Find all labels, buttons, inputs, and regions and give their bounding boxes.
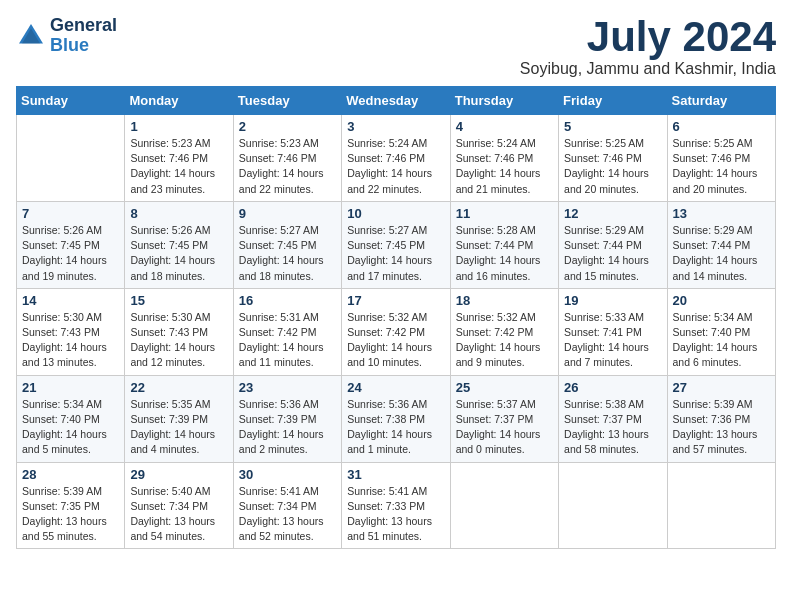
day-number: 19 (564, 293, 661, 308)
day-info: Sunrise: 5:26 AM Sunset: 7:45 PM Dayligh… (130, 223, 227, 284)
day-info: Sunrise: 5:39 AM Sunset: 7:36 PM Dayligh… (673, 397, 770, 458)
day-number: 30 (239, 467, 336, 482)
calendar-cell: 6Sunrise: 5:25 AM Sunset: 7:46 PM Daylig… (667, 115, 775, 202)
calendar-cell: 21Sunrise: 5:34 AM Sunset: 7:40 PM Dayli… (17, 375, 125, 462)
day-info: Sunrise: 5:28 AM Sunset: 7:44 PM Dayligh… (456, 223, 553, 284)
day-number: 14 (22, 293, 119, 308)
calendar-cell: 4Sunrise: 5:24 AM Sunset: 7:46 PM Daylig… (450, 115, 558, 202)
day-number: 5 (564, 119, 661, 134)
calendar-cell: 20Sunrise: 5:34 AM Sunset: 7:40 PM Dayli… (667, 288, 775, 375)
logo-text: General Blue (50, 16, 117, 56)
day-info: Sunrise: 5:27 AM Sunset: 7:45 PM Dayligh… (239, 223, 336, 284)
calendar-cell: 5Sunrise: 5:25 AM Sunset: 7:46 PM Daylig… (559, 115, 667, 202)
calendar-cell: 24Sunrise: 5:36 AM Sunset: 7:38 PM Dayli… (342, 375, 450, 462)
day-number: 31 (347, 467, 444, 482)
day-info: Sunrise: 5:41 AM Sunset: 7:34 PM Dayligh… (239, 484, 336, 545)
calendar-cell: 8Sunrise: 5:26 AM Sunset: 7:45 PM Daylig… (125, 201, 233, 288)
calendar-week-row: 28Sunrise: 5:39 AM Sunset: 7:35 PM Dayli… (17, 462, 776, 549)
calendar-cell: 18Sunrise: 5:32 AM Sunset: 7:42 PM Dayli… (450, 288, 558, 375)
day-info: Sunrise: 5:32 AM Sunset: 7:42 PM Dayligh… (456, 310, 553, 371)
calendar-week-row: 21Sunrise: 5:34 AM Sunset: 7:40 PM Dayli… (17, 375, 776, 462)
calendar-cell (17, 115, 125, 202)
day-number: 6 (673, 119, 770, 134)
day-info: Sunrise: 5:27 AM Sunset: 7:45 PM Dayligh… (347, 223, 444, 284)
day-number: 20 (673, 293, 770, 308)
calendar-cell: 11Sunrise: 5:28 AM Sunset: 7:44 PM Dayli… (450, 201, 558, 288)
calendar-cell: 12Sunrise: 5:29 AM Sunset: 7:44 PM Dayli… (559, 201, 667, 288)
calendar-cell: 15Sunrise: 5:30 AM Sunset: 7:43 PM Dayli… (125, 288, 233, 375)
day-number: 24 (347, 380, 444, 395)
calendar-cell: 22Sunrise: 5:35 AM Sunset: 7:39 PM Dayli… (125, 375, 233, 462)
calendar-week-row: 1Sunrise: 5:23 AM Sunset: 7:46 PM Daylig… (17, 115, 776, 202)
day-number: 11 (456, 206, 553, 221)
day-info: Sunrise: 5:38 AM Sunset: 7:37 PM Dayligh… (564, 397, 661, 458)
calendar-table: SundayMondayTuesdayWednesdayThursdayFrid… (16, 86, 776, 549)
calendar-cell: 25Sunrise: 5:37 AM Sunset: 7:37 PM Dayli… (450, 375, 558, 462)
day-info: Sunrise: 5:34 AM Sunset: 7:40 PM Dayligh… (673, 310, 770, 371)
calendar-cell: 10Sunrise: 5:27 AM Sunset: 7:45 PM Dayli… (342, 201, 450, 288)
header-wednesday: Wednesday (342, 87, 450, 115)
day-info: Sunrise: 5:31 AM Sunset: 7:42 PM Dayligh… (239, 310, 336, 371)
day-number: 23 (239, 380, 336, 395)
calendar-cell: 17Sunrise: 5:32 AM Sunset: 7:42 PM Dayli… (342, 288, 450, 375)
calendar-cell: 9Sunrise: 5:27 AM Sunset: 7:45 PM Daylig… (233, 201, 341, 288)
day-number: 21 (22, 380, 119, 395)
calendar-cell (559, 462, 667, 549)
calendar-week-row: 14Sunrise: 5:30 AM Sunset: 7:43 PM Dayli… (17, 288, 776, 375)
day-info: Sunrise: 5:30 AM Sunset: 7:43 PM Dayligh… (130, 310, 227, 371)
month-title: July 2024 (520, 16, 776, 58)
calendar-cell (667, 462, 775, 549)
day-info: Sunrise: 5:30 AM Sunset: 7:43 PM Dayligh… (22, 310, 119, 371)
day-info: Sunrise: 5:29 AM Sunset: 7:44 PM Dayligh… (564, 223, 661, 284)
calendar-cell: 26Sunrise: 5:38 AM Sunset: 7:37 PM Dayli… (559, 375, 667, 462)
day-info: Sunrise: 5:29 AM Sunset: 7:44 PM Dayligh… (673, 223, 770, 284)
location-title: Soyibug, Jammu and Kashmir, India (520, 60, 776, 78)
calendar-cell (450, 462, 558, 549)
calendar-header-row: SundayMondayTuesdayWednesdayThursdayFrid… (17, 87, 776, 115)
day-number: 8 (130, 206, 227, 221)
header-friday: Friday (559, 87, 667, 115)
day-number: 3 (347, 119, 444, 134)
calendar-cell: 14Sunrise: 5:30 AM Sunset: 7:43 PM Dayli… (17, 288, 125, 375)
day-number: 4 (456, 119, 553, 134)
calendar-cell: 16Sunrise: 5:31 AM Sunset: 7:42 PM Dayli… (233, 288, 341, 375)
day-number: 17 (347, 293, 444, 308)
day-number: 13 (673, 206, 770, 221)
calendar-cell: 23Sunrise: 5:36 AM Sunset: 7:39 PM Dayli… (233, 375, 341, 462)
day-info: Sunrise: 5:37 AM Sunset: 7:37 PM Dayligh… (456, 397, 553, 458)
day-number: 18 (456, 293, 553, 308)
day-info: Sunrise: 5:23 AM Sunset: 7:46 PM Dayligh… (130, 136, 227, 197)
day-info: Sunrise: 5:33 AM Sunset: 7:41 PM Dayligh… (564, 310, 661, 371)
day-info: Sunrise: 5:26 AM Sunset: 7:45 PM Dayligh… (22, 223, 119, 284)
day-number: 7 (22, 206, 119, 221)
day-number: 29 (130, 467, 227, 482)
day-info: Sunrise: 5:24 AM Sunset: 7:46 PM Dayligh… (456, 136, 553, 197)
day-info: Sunrise: 5:35 AM Sunset: 7:39 PM Dayligh… (130, 397, 227, 458)
day-number: 12 (564, 206, 661, 221)
day-info: Sunrise: 5:32 AM Sunset: 7:42 PM Dayligh… (347, 310, 444, 371)
day-number: 9 (239, 206, 336, 221)
header-monday: Monday (125, 87, 233, 115)
day-number: 16 (239, 293, 336, 308)
calendar-cell: 7Sunrise: 5:26 AM Sunset: 7:45 PM Daylig… (17, 201, 125, 288)
calendar-cell: 2Sunrise: 5:23 AM Sunset: 7:46 PM Daylig… (233, 115, 341, 202)
day-info: Sunrise: 5:36 AM Sunset: 7:39 PM Dayligh… (239, 397, 336, 458)
day-info: Sunrise: 5:24 AM Sunset: 7:46 PM Dayligh… (347, 136, 444, 197)
day-number: 28 (22, 467, 119, 482)
calendar-cell: 19Sunrise: 5:33 AM Sunset: 7:41 PM Dayli… (559, 288, 667, 375)
calendar-cell: 27Sunrise: 5:39 AM Sunset: 7:36 PM Dayli… (667, 375, 775, 462)
header-sunday: Sunday (17, 87, 125, 115)
logo: General Blue (16, 16, 117, 56)
day-info: Sunrise: 5:41 AM Sunset: 7:33 PM Dayligh… (347, 484, 444, 545)
day-number: 2 (239, 119, 336, 134)
header-thursday: Thursday (450, 87, 558, 115)
day-number: 26 (564, 380, 661, 395)
day-number: 25 (456, 380, 553, 395)
header-tuesday: Tuesday (233, 87, 341, 115)
calendar-cell: 30Sunrise: 5:41 AM Sunset: 7:34 PM Dayli… (233, 462, 341, 549)
day-number: 27 (673, 380, 770, 395)
calendar-week-row: 7Sunrise: 5:26 AM Sunset: 7:45 PM Daylig… (17, 201, 776, 288)
calendar-cell: 28Sunrise: 5:39 AM Sunset: 7:35 PM Dayli… (17, 462, 125, 549)
header-saturday: Saturday (667, 87, 775, 115)
day-info: Sunrise: 5:39 AM Sunset: 7:35 PM Dayligh… (22, 484, 119, 545)
